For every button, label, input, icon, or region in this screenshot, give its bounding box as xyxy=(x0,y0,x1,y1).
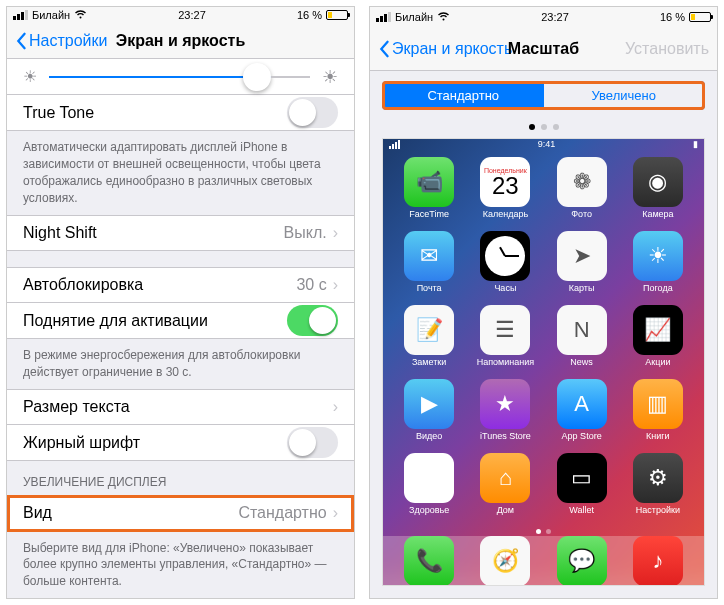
carrier-name: Билайн xyxy=(395,11,433,23)
app-icon: 📝 xyxy=(404,305,454,355)
app-Календарь[interactable]: Понедельник23Календарь xyxy=(467,157,543,231)
app-icon: ◉ xyxy=(633,157,683,207)
app-label: Wallet xyxy=(569,505,594,515)
app-Дом[interactable]: ⌂Дом xyxy=(467,453,543,527)
nightshift-row[interactable]: Night Shift Выкл. › xyxy=(7,215,354,251)
app-icon: 🧭 xyxy=(480,536,530,586)
nav-title: Масштаб xyxy=(508,40,579,58)
app-Часы[interactable]: Часы xyxy=(467,231,543,305)
back-button[interactable]: Настройки xyxy=(15,32,107,50)
brightness-slider[interactable] xyxy=(49,76,310,78)
app-dock[interactable]: 🧭 xyxy=(480,536,530,586)
app-label: News xyxy=(570,357,593,367)
truetone-switch[interactable] xyxy=(287,97,338,128)
raise-note: В режиме энергосбережения для автоблокир… xyxy=(7,339,354,389)
autolock-value: 30 с xyxy=(296,276,326,294)
textsize-label: Размер текста xyxy=(23,398,130,416)
app-Камера[interactable]: ◉Камера xyxy=(620,157,696,231)
app-label: Напоминания xyxy=(477,357,534,367)
app-icon: 📞 xyxy=(404,536,454,586)
view-value: Стандартно xyxy=(238,504,326,522)
back-label: Экран и яркость xyxy=(392,40,512,58)
preview-time: 9:41 xyxy=(538,139,556,149)
bold-row[interactable]: Жирный шрифт xyxy=(7,425,354,461)
app-label: Карты xyxy=(569,283,595,293)
cellular-signal-icon xyxy=(389,140,400,149)
app-News[interactable]: NNews xyxy=(544,305,620,379)
chevron-right-icon: › xyxy=(333,504,338,522)
app-label: Заметки xyxy=(412,357,446,367)
app-Заметки[interactable]: 📝Заметки xyxy=(391,305,467,379)
truetone-row[interactable]: True Tone xyxy=(7,95,354,131)
raise-switch[interactable] xyxy=(287,305,338,336)
app-Напоминания[interactable]: ☰Напоминания xyxy=(467,305,543,379)
app-Настройки[interactable]: ⚙Настройки xyxy=(620,453,696,527)
app-icon: ⚙ xyxy=(633,453,683,503)
preview-status-bar: 9:41 ▮ xyxy=(383,139,704,149)
app-Здоровье[interactable]: ♥Здоровье xyxy=(391,453,467,527)
app-label: Календарь xyxy=(483,209,528,219)
bold-label: Жирный шрифт xyxy=(23,434,140,452)
app-Wallet[interactable]: ▭Wallet xyxy=(544,453,620,527)
app-icon xyxy=(480,231,530,281)
app-label: FaceTime xyxy=(409,209,449,219)
textsize-row[interactable]: Размер текста › xyxy=(7,389,354,425)
app-icon: ♥ xyxy=(404,453,454,503)
truetone-label: True Tone xyxy=(23,104,94,122)
app-Видео[interactable]: ▶Видео xyxy=(391,379,467,453)
raise-label: Поднятие для активации xyxy=(23,312,208,330)
app-App Store[interactable]: AApp Store xyxy=(544,379,620,453)
app-label: Видео xyxy=(416,431,442,441)
segmented-control-wrap: Стандартно Увеличено xyxy=(370,71,717,120)
app-label: Часы xyxy=(494,283,516,293)
homescreen-preview: 9:41 ▮ 📹FaceTimeПонедельник23Календарь❁Ф… xyxy=(382,138,705,586)
battery-icon xyxy=(689,12,711,22)
carrier-name: Билайн xyxy=(32,9,70,21)
seg-standard[interactable]: Стандартно xyxy=(383,82,544,109)
chevron-right-icon: › xyxy=(333,276,338,294)
raise-row[interactable]: Поднятие для активации xyxy=(7,303,354,339)
app-label: Камера xyxy=(642,209,673,219)
app-Фото[interactable]: ❁Фото xyxy=(544,157,620,231)
back-button[interactable]: Экран и яркость xyxy=(378,40,512,58)
zoom-section-header: УВЕЛИЧЕНИЕ ДИСПЛЕЯ xyxy=(7,461,354,495)
app-label: Дом xyxy=(497,505,514,515)
app-label: Почта xyxy=(417,283,442,293)
app-FaceTime[interactable]: 📹FaceTime xyxy=(391,157,467,231)
nightshift-value: Выкл. xyxy=(284,224,327,242)
cellular-signal-icon xyxy=(376,12,391,22)
view-row[interactable]: Вид Стандартно › xyxy=(7,495,354,531)
app-label: Настройки xyxy=(636,505,680,515)
app-icon: ➤ xyxy=(557,231,607,281)
app-icon: Понедельник23 xyxy=(480,157,530,207)
app-icon: ✉ xyxy=(404,231,454,281)
view-note: Выберите вид для iPhone: «Увеличено» пок… xyxy=(7,532,354,598)
app-icon: ★ xyxy=(480,379,530,429)
app-dock[interactable]: ♪ xyxy=(633,536,683,586)
navbar: Экран и яркость Масштаб Установить xyxy=(370,27,717,71)
app-icon: ❁ xyxy=(557,157,607,207)
app-label: Акции xyxy=(645,357,670,367)
chevron-right-icon: › xyxy=(333,224,338,242)
app-dock[interactable]: 📞 xyxy=(404,536,454,586)
app-Погода[interactable]: ☀Погода xyxy=(620,231,696,305)
app-Почта[interactable]: ✉Почта xyxy=(391,231,467,305)
app-icon: ⌂ xyxy=(480,453,530,503)
app-dock[interactable]: 💬 xyxy=(557,536,607,586)
app-Карты[interactable]: ➤Карты xyxy=(544,231,620,305)
segmented-control: Стандартно Увеличено xyxy=(382,81,705,110)
battery-percent: 16 % xyxy=(660,11,685,23)
brightness-slider-row[interactable]: ☀︎ ☀︎ xyxy=(7,59,354,95)
app-iTunes Store[interactable]: ★iTunes Store xyxy=(467,379,543,453)
app-label: App Store xyxy=(562,431,602,441)
wifi-icon xyxy=(74,9,87,21)
autolock-row[interactable]: Автоблокировка 30 с › xyxy=(7,267,354,303)
navbar: Настройки Экран и яркость xyxy=(7,23,354,59)
seg-zoomed[interactable]: Увеличено xyxy=(544,82,705,109)
app-Акции[interactable]: 📈Акции xyxy=(620,305,696,379)
set-button[interactable]: Установить xyxy=(625,40,709,58)
app-Книги[interactable]: ▥Книги xyxy=(620,379,696,453)
status-time: 23:27 xyxy=(541,11,569,23)
page-dots xyxy=(370,120,717,138)
bold-switch[interactable] xyxy=(287,427,338,458)
